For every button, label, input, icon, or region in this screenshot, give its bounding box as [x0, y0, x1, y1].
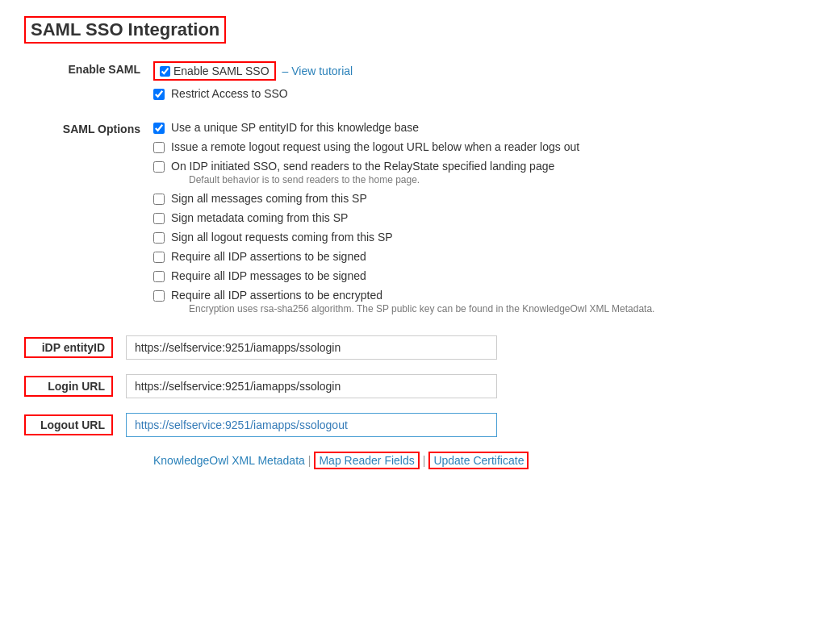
saml-options-content: Use a unique SP entityID for this knowle…: [153, 121, 816, 321]
login-url-input[interactable]: [126, 374, 497, 398]
login-url-section: Login URL: [24, 374, 816, 398]
saml-option-checkbox-7[interactable]: [153, 271, 165, 282]
saml-option-label-3[interactable]: Sign all messages coming from this SP: [171, 192, 367, 205]
separator-2: |: [423, 454, 426, 467]
saml-option-row-5: Sign all logout requests coming from thi…: [153, 231, 816, 244]
saml-option-row-1: Issue a remote logout request using the …: [153, 140, 816, 153]
saml-option-label-8[interactable]: Require all IDP assertions to be encrypt…: [171, 289, 382, 302]
saml-option-label-2[interactable]: On IDP initiated SSO, send readers to th…: [171, 160, 554, 173]
saml-option-checkbox-0[interactable]: [153, 123, 165, 134]
bottom-links: KnowledgeOwl XML Metadata | Map Reader F…: [153, 452, 816, 469]
saml-option-label-1[interactable]: Issue a remote logout request using the …: [171, 140, 579, 153]
saml-option-row-4: Sign metadata coming from this SP: [153, 211, 816, 224]
enable-saml-box: Enable SAML SSO: [153, 61, 276, 81]
saml-option-sublabel-2: Default behavior is to send readers to t…: [189, 174, 554, 185]
saml-option-row-2: On IDP initiated SSO, send readers to th…: [153, 160, 816, 185]
saml-option-checkbox-6[interactable]: [153, 252, 165, 263]
enable-saml-section: Enable SAML Enable SAML SSO – View tutor…: [24, 61, 816, 106]
saml-option-checkbox-2[interactable]: [153, 161, 165, 173]
saml-option-checkbox-8[interactable]: [153, 290, 165, 302]
logout-url-section: Logout URL: [24, 413, 816, 437]
enable-saml-content: Enable SAML SSO – View tutorial Restrict…: [153, 61, 816, 106]
saml-option-checkbox-5[interactable]: [153, 232, 165, 244]
logout-url-input[interactable]: [126, 413, 497, 437]
map-reader-fields-link[interactable]: Map Reader Fields: [314, 452, 419, 469]
saml-option-row-3: Sign all messages coming from this SP: [153, 192, 816, 205]
saml-options-section: SAML Options Use a unique SP entityID fo…: [24, 121, 816, 321]
saml-options-label: SAML Options: [24, 121, 153, 135]
saml-option-checkbox-3[interactable]: [153, 194, 165, 205]
enable-saml-label: Enable SAML: [24, 61, 153, 76]
separator-1: |: [308, 454, 311, 467]
saml-option-label-5[interactable]: Sign all logout requests coming from thi…: [171, 231, 393, 244]
saml-option-row-6: Require all IDP assertions to be signed: [153, 250, 816, 263]
idp-entity-label: iDP entityID: [24, 337, 113, 358]
saml-option-row-8: Require all IDP assertions to be encrypt…: [153, 289, 816, 314]
idp-entity-section: iDP entityID: [24, 335, 816, 360]
saml-option-label-7[interactable]: Require all IDP messages to be signed: [171, 269, 366, 282]
restrict-access-row: Restrict Access to SSO: [153, 87, 816, 100]
idp-entity-input[interactable]: [126, 335, 497, 360]
enable-saml-checkbox[interactable]: [160, 66, 170, 77]
enable-saml-row: Enable SAML SSO – View tutorial: [153, 61, 816, 81]
saml-option-row-0: Use a unique SP entityID for this knowle…: [153, 121, 816, 134]
xml-metadata-link[interactable]: KnowledgeOwl XML Metadata: [153, 454, 305, 467]
saml-option-checkbox-4[interactable]: [153, 213, 165, 224]
saml-option-label-4[interactable]: Sign metadata coming from this SP: [171, 211, 348, 224]
login-url-label: Login URL: [24, 376, 113, 397]
restrict-access-checkbox[interactable]: [153, 89, 165, 100]
page-title: SAML SSO Integration: [24, 16, 226, 44]
saml-option-sublabel-8: Encryption uses rsa-sha256 algorithm. Th…: [189, 303, 654, 314]
logout-url-label: Logout URL: [24, 414, 113, 435]
saml-option-label-0[interactable]: Use a unique SP entityID for this knowle…: [171, 121, 419, 134]
update-certificate-link[interactable]: Update Certificate: [428, 452, 529, 469]
view-tutorial-link[interactable]: – View tutorial: [282, 65, 353, 77]
enable-saml-checkbox-label[interactable]: Enable SAML SSO: [173, 65, 270, 77]
saml-option-label-6[interactable]: Require all IDP assertions to be signed: [171, 250, 366, 263]
saml-option-checkbox-1[interactable]: [153, 142, 165, 153]
restrict-access-label[interactable]: Restrict Access to SSO: [171, 87, 288, 100]
saml-option-row-7: Require all IDP messages to be signed: [153, 269, 816, 282]
